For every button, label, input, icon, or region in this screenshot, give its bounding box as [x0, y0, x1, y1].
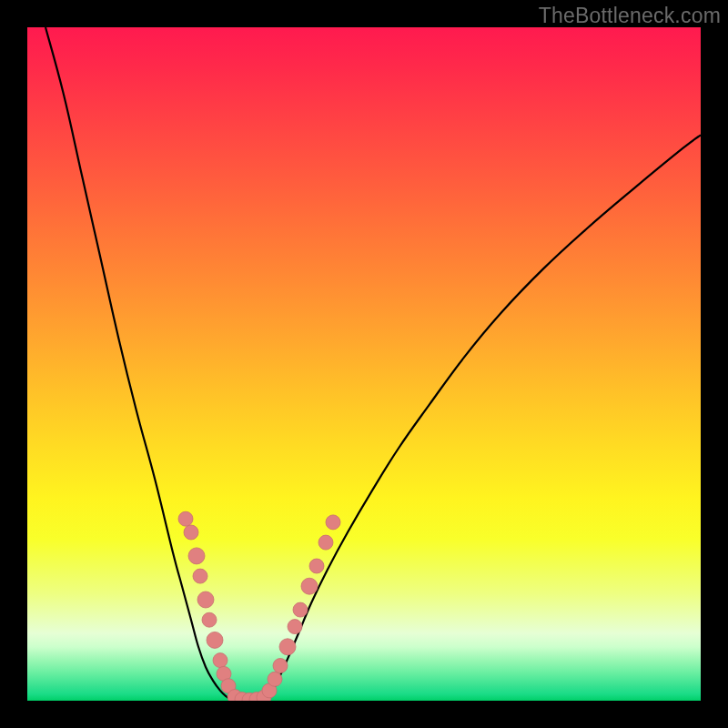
plot-area: [27, 27, 701, 701]
data-marker: [301, 578, 318, 594]
data-marker: [273, 659, 288, 673]
data-marker: [197, 592, 214, 608]
curve-layer: [27, 27, 701, 701]
data-marker: [207, 632, 223, 648]
data-marker: [178, 511, 193, 526]
data-marker: [188, 548, 205, 564]
chart-frame: TheBottleneck.com: [0, 0, 728, 728]
data-marker: [326, 515, 340, 530]
watermark-text: TheBottleneck.com: [539, 4, 721, 28]
data-marker: [184, 525, 198, 540]
data-marker: [279, 639, 296, 655]
data-marker: [213, 653, 228, 668]
data-marker: [202, 612, 217, 627]
data-marker: [288, 620, 302, 634]
data-marker: [293, 602, 308, 617]
data-marker: [318, 535, 333, 550]
v-curve: [46, 27, 701, 701]
data-marker: [309, 559, 324, 573]
data-markers: [178, 511, 340, 701]
data-marker: [193, 569, 207, 583]
data-marker: [268, 672, 282, 686]
